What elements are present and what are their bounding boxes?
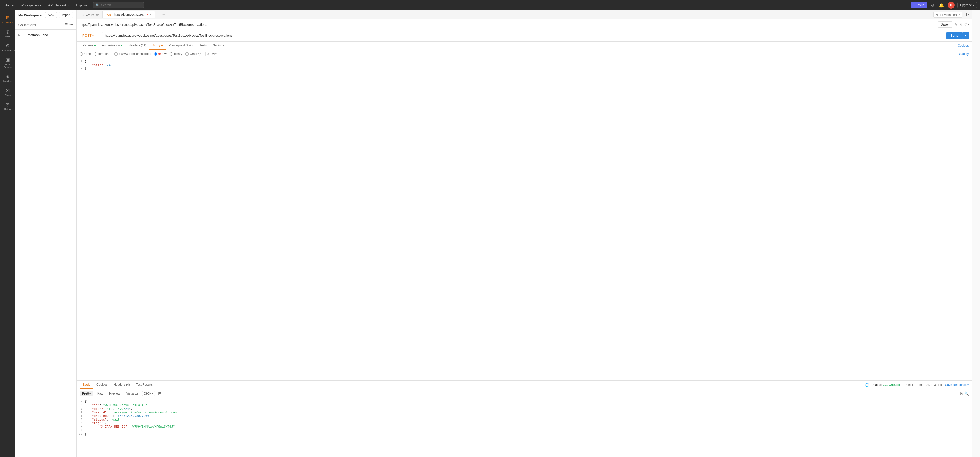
tab-overview[interactable]: ◎ Overview [79, 11, 102, 18]
tab-active-request[interactable]: POST https://ipamdev.azure... ✕ [102, 11, 155, 18]
avatar[interactable]: H [948, 2, 955, 9]
tab-authorization[interactable]: Authorization [99, 41, 125, 50]
env-dropdown[interactable]: No Environment ▾ [933, 12, 962, 17]
response-status-bar: 🌐 Status: 201 Created Time: 1118 ms Size… [865, 383, 969, 387]
tab-body[interactable]: Body [149, 41, 165, 50]
main-layout: ⊞ Collections ◎ APIs ⊙ Environments ▣ Mo… [0, 10, 980, 457]
edit-icon[interactable]: ✎ [955, 22, 958, 27]
search-response-button[interactable]: 🔍 [964, 392, 969, 395]
sidebar-panel: My Workspace New Import Collections + ☰ … [15, 10, 76, 457]
nav-api-network[interactable]: API Network ▾ [47, 2, 70, 8]
sidebar-item-collections[interactable]: ⊞ Collections [1, 13, 14, 26]
save-button[interactable]: Save ▾ [938, 21, 952, 27]
send-dropdown-button[interactable]: ▾ [963, 32, 969, 39]
send-button[interactable]: Send [946, 32, 963, 39]
resp-tab-headers[interactable]: Headers (4) [110, 381, 133, 389]
workspace-header: My Workspace New Import [15, 10, 76, 20]
more-tabs-button[interactable]: ••• [161, 13, 165, 17]
more-options-button[interactable]: ••• [69, 23, 73, 27]
resp-body-tab-pretty[interactable]: Pretty [80, 391, 94, 396]
sidebar-item-mock-servers[interactable]: ▣ Mock Servers [1, 55, 14, 70]
response-time: Time: 1118 ms [903, 383, 923, 387]
resp-tab-test-results[interactable]: Test Results [133, 381, 156, 389]
sidebar-collections-header: Collections + ☰ ••• [15, 20, 76, 30]
nav-home[interactable]: Home [3, 2, 15, 8]
request-url-bar: https://ipamdev.azurewebsites.net/api/sp… [76, 19, 972, 30]
code-snippet-icon[interactable]: </> [964, 22, 969, 27]
tab-pre-request-script[interactable]: Pre-request Script [165, 41, 197, 50]
tab-params[interactable]: Params [80, 41, 99, 50]
body-option-form-data[interactable]: form-data [94, 52, 111, 56]
json-format-dropdown[interactable]: JSON ▾ [205, 51, 218, 56]
right-panel-button[interactable]: ⋯ [973, 12, 979, 19]
resp-json-format-dropdown[interactable]: JSON ▾ [142, 391, 155, 396]
auth-dot [121, 44, 122, 46]
nav-workspaces[interactable]: Workspaces ▾ [19, 2, 43, 8]
resp-tab-cookies[interactable]: Cookies [94, 381, 110, 389]
response-tabs-bar: Body Cookies Headers (4) Test Results 🌐 … [76, 381, 972, 389]
resp-line-4: 4 "userId": "harvey@elnica6yahoo.onmicro… [76, 411, 972, 414]
tabs-bar: ◎ Overview POST https://ipamdev.azure...… [76, 10, 972, 19]
code-line-3: 3 } [76, 67, 972, 71]
body-option-none[interactable]: none [80, 52, 91, 56]
nav-left: Home Workspaces ▾ API Network ▾ Explore … [3, 2, 907, 8]
resp-line-5: 5 "createdOn": 1662512369.3077066, [76, 414, 972, 418]
sidebar-item-flows[interactable]: ⋈ Flows [1, 86, 14, 98]
search-input[interactable] [101, 3, 141, 7]
body-dot [161, 44, 162, 46]
body-option-binary[interactable]: binary [170, 52, 183, 56]
response-size: Size: 331 B [926, 383, 942, 387]
sidebar-item-monitors[interactable]: ◈ Monitors [1, 71, 14, 84]
resp-body-tab-visualize[interactable]: Visualize [124, 391, 141, 396]
nav-explore[interactable]: Explore [75, 2, 89, 8]
filter-collections-button[interactable]: ☰ [65, 23, 68, 27]
status-badge: Status: 201 Created [872, 383, 900, 387]
resp-body-tab-preview[interactable]: Preview [107, 391, 123, 396]
apis-icon: ◎ [6, 29, 10, 35]
body-option-urlencoded[interactable]: x-www-form-urlencoded [115, 52, 151, 56]
tab-settings[interactable]: Settings [210, 41, 227, 50]
sidebar-item-environments[interactable]: ⊙ Environments [1, 41, 14, 54]
overview-icon: ◎ [82, 13, 84, 17]
add-tab-button[interactable]: + [156, 13, 161, 17]
import-button[interactable]: Import [59, 12, 73, 18]
tab-headers[interactable]: Headers (11) [125, 41, 149, 50]
save-response-button[interactable]: Save Response ▾ [945, 383, 969, 387]
resp-line-7: 7 "tag": { [76, 422, 972, 425]
body-option-graphql[interactable]: GraphQL [185, 52, 202, 56]
settings-icon[interactable]: ⚙ [930, 2, 935, 8]
tab-close-button[interactable]: ✕ [150, 13, 151, 16]
invite-button[interactable]: + Invite [911, 2, 927, 8]
sidebar-item-history[interactable]: ◷ History [1, 100, 14, 113]
resp-body-tab-raw[interactable]: Raw [94, 391, 106, 396]
search-bar[interactable]: 🔍 [93, 2, 144, 8]
copy-response-button[interactable]: ⎘ [960, 392, 963, 395]
code-line-1: 1 { [76, 60, 972, 63]
body-option-raw[interactable]: raw [154, 52, 166, 56]
chevron-down-icon: ▾ [68, 4, 69, 6]
tab-modified-dot [147, 14, 148, 15]
sidebar-item-apis[interactable]: ◎ APIs [1, 27, 14, 40]
list-item[interactable]: ▶ ☰ Postman Echo [15, 32, 76, 38]
notification-icon[interactable]: 🔔 [938, 2, 945, 8]
add-collection-button[interactable]: + [61, 23, 63, 27]
resp-line-10: 10 } [76, 432, 972, 436]
eye-icon[interactable]: 👁 [964, 12, 970, 17]
method-url-row: POST ▾ Send ▾ [76, 30, 972, 41]
new-button[interactable]: New [45, 12, 57, 18]
flows-icon: ⋈ [5, 87, 10, 93]
nav-right: + Invite ⚙ 🔔 H Upgrade ▾ [911, 2, 977, 9]
resp-tab-body[interactable]: Body [80, 381, 94, 389]
url-input[interactable] [102, 32, 944, 39]
upgrade-button[interactable]: Upgrade ▾ [957, 2, 977, 8]
filter-icon[interactable]: ⊟ [158, 392, 161, 395]
sidebar-header-actions: + ☰ ••• [61, 23, 73, 27]
copy-icon[interactable]: ⎘ [959, 22, 962, 27]
method-select[interactable]: POST ▾ [80, 32, 100, 39]
chevron-right-icon: ▶ [18, 34, 21, 36]
cookies-link[interactable]: Cookies [958, 44, 969, 48]
beautify-button[interactable]: Beautify [958, 52, 969, 56]
tab-url-short: https://ipamdev.azure... [114, 13, 145, 16]
request-body-editor[interactable]: 1 { 2 "size": 24 3 } [76, 58, 972, 381]
tab-tests[interactable]: Tests [197, 41, 210, 50]
